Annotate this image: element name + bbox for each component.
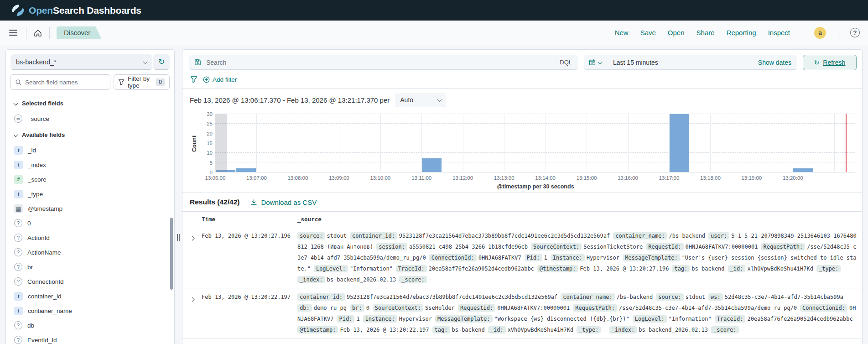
field-key-badge: RequestId:	[646, 243, 683, 250]
field-key-badge: container_name:	[561, 293, 614, 301]
x-axis-title: @timestamp per 30 seconds	[215, 183, 856, 190]
field-key-badge: user:	[708, 232, 729, 240]
opensearch-logo-icon	[12, 4, 24, 16]
field-value: bs-backend_2026.02.13	[327, 276, 396, 283]
field-key-badge: Pid:	[337, 315, 354, 323]
search-input[interactable]	[206, 55, 553, 69]
expander-column-header	[182, 216, 202, 223]
menu-icon[interactable]	[7, 28, 19, 37]
field-item-ConnectionId[interactable]: ?ConnectionId	[11, 274, 169, 289]
filter-icon	[118, 79, 125, 85]
field-key-badge: LogLevel:	[633, 315, 667, 323]
y-gridline	[215, 143, 855, 143]
calendar-button[interactable]	[584, 55, 607, 69]
field-item-_source[interactable]: </>_source	[11, 111, 169, 126]
reporting-button[interactable]: Reporting	[727, 29, 756, 36]
field-value: SessionTicketStore	[583, 244, 643, 250]
selected-fields-header[interactable]: Selected fields	[11, 97, 169, 111]
time-range-value[interactable]: Last 15 minutes	[607, 59, 758, 66]
help-icon[interactable]: ?	[850, 28, 860, 37]
home-icon[interactable]	[33, 28, 42, 37]
filter-by-type-button[interactable]: Filter by type 0	[114, 74, 170, 90]
chevron-down-icon	[598, 60, 603, 65]
field-item-container_id[interactable]: tcontainer_id	[11, 289, 169, 303]
field-key-badge: Pid:	[525, 254, 542, 261]
new-button[interactable]: New	[615, 29, 629, 36]
x-tick-label: 13:08:00	[288, 175, 308, 181]
y-gridline	[215, 162, 855, 162]
field-search-input[interactable]	[25, 79, 106, 86]
show-dates-button[interactable]: Show dates	[758, 59, 797, 66]
refresh-button[interactable]: ↻ Refresh	[803, 55, 857, 70]
field-key-badge: @timestamp:	[297, 326, 338, 334]
field-item-db[interactable]: ?db	[11, 318, 169, 333]
breadcrumb-discover[interactable]: Discover	[57, 26, 101, 39]
query-bar: DQL	[189, 55, 578, 70]
row-source: source:stdoutcontainer_id:9523128f7e3ca2…	[297, 230, 862, 285]
field-item-_type[interactable]: t_type	[11, 187, 169, 201]
save-button[interactable]: Save	[640, 29, 656, 36]
x-gridline	[587, 114, 587, 172]
query-language-button[interactable]: DQL	[553, 55, 578, 69]
download-csv-button[interactable]: Download as CSV	[250, 198, 317, 206]
interval-select[interactable]: Auto	[395, 93, 446, 107]
panel-resizer[interactable]	[175, 49, 182, 344]
expand-row-button[interactable]	[182, 292, 202, 335]
histogram-chart: Count 051015202530 13:06:0013:07:0013:08…	[190, 112, 856, 193]
field-value: "Information"	[350, 266, 393, 272]
table-row[interactable]: Feb 13, 2026 @ 13:20:22.197container_id:…	[182, 288, 862, 339]
field-item-EventId_Id[interactable]: ?EventId_Id	[11, 333, 169, 344]
save-query-icon[interactable]	[189, 55, 206, 69]
index-refresh-button[interactable]: ↻	[153, 54, 170, 70]
field-item-_index[interactable]: t_index	[11, 157, 169, 172]
y-tick-label: 30	[207, 111, 213, 117]
field-key-badge: source:	[297, 232, 325, 240]
field-key-badge: ws:	[708, 293, 723, 301]
main-panel: DQL Last 15 minutes Show dates ↻ Refresh	[182, 49, 863, 344]
field-item-br[interactable]: ?br	[11, 260, 169, 274]
share-button[interactable]: Share	[696, 29, 715, 36]
histogram-plot[interactable]: 13:06:0013:07:0013:08:0013:09:0013:10:00…	[215, 114, 855, 172]
available-fields-header[interactable]: Available fields	[11, 129, 169, 143]
index-pattern-row: bs-backend_* ↻	[10, 54, 170, 70]
inspect-button[interactable]: Inspect	[768, 29, 790, 36]
avatar[interactable]: a	[814, 27, 826, 39]
field-item-_id[interactable]: t_id	[11, 143, 169, 157]
index-pattern-select[interactable]: bs-backend_*	[10, 54, 152, 70]
field-key-badge: ConnectionId:	[800, 304, 847, 312]
field-key-badge: Instance:	[363, 315, 397, 323]
open-button[interactable]: Open	[668, 29, 685, 36]
selected-fields-list: </>_source	[11, 111, 169, 126]
unknown-field-icon: ?	[14, 277, 22, 286]
x-gridline	[628, 114, 629, 172]
table-row[interactable]: Feb 13, 2026 @ 13:20:27.196source:stdout…	[182, 227, 862, 288]
filter-icon[interactable]	[190, 76, 198, 83]
field-item-_score[interactable]: #_score	[11, 172, 169, 187]
field-item-container_name[interactable]: tcontainer_name	[11, 303, 169, 318]
field-name: _id	[28, 147, 36, 154]
available-fields-list: t_idt_index#_scoret_type▦@timestamp?0?Ac…	[11, 143, 169, 344]
field-item-ActionId[interactable]: ?ActionId	[11, 230, 169, 245]
sidebar-search-row: Filter by type 0	[10, 74, 170, 90]
index-pattern-value: bs-backend_*	[16, 58, 144, 66]
resizer-grip-icon	[177, 234, 180, 241]
field-key-badge: RequestPath:	[573, 304, 617, 312]
field-value: xlhOVpwBdKoShu4iH7Kd	[747, 266, 813, 272]
field-value: demo_ru_pg	[314, 305, 347, 311]
expand-row-button[interactable]	[182, 230, 202, 285]
field-item-0[interactable]: ?0	[11, 216, 169, 230]
field-key-badge: br:	[350, 304, 364, 312]
field-key-badge: _score:	[711, 326, 739, 334]
field-list: Selected fields </>_source Available fie…	[10, 97, 170, 344]
x-tick-label: 13:16:00	[618, 175, 638, 181]
string-field-icon: t	[14, 146, 23, 155]
field-item-@timestamp[interactable]: ▦@timestamp	[11, 201, 169, 216]
sidebar-scrollbar[interactable]	[170, 218, 173, 290]
opensearch-logo[interactable]: OpenSearch Dashboards	[12, 4, 141, 16]
field-item-ActionName[interactable]: ?ActionName	[11, 245, 169, 260]
field-value: 0HNJA68FATKV7:00000001	[497, 305, 570, 311]
field-value: "Information"	[669, 316, 712, 322]
x-gridline	[834, 114, 835, 172]
add-filter-button[interactable]: Add filter	[203, 76, 237, 83]
field-name: _score	[28, 176, 47, 183]
